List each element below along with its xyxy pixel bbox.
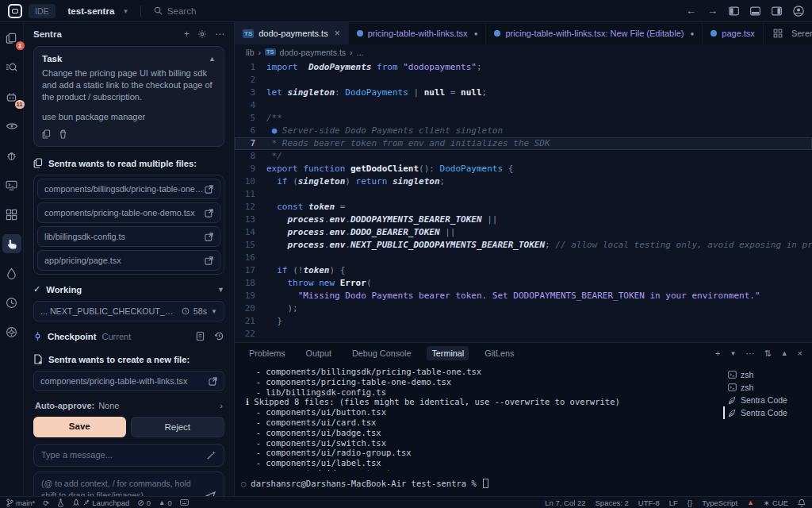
sync-item[interactable]: ⟳	[43, 498, 49, 507]
more-icon[interactable]: ⋯	[745, 348, 754, 359]
file-row[interactable]: components/billingsdk/pricing-table-one.…	[37, 179, 220, 199]
code-line[interactable]: 11	[235, 188, 812, 201]
account-icon[interactable]	[793, 6, 804, 17]
gear-icon[interactable]	[197, 29, 207, 39]
breadcrumb-folder[interactable]: lib	[246, 48, 255, 57]
git-branch-item[interactable]: main*	[6, 498, 35, 507]
terminal-tab-debug-console[interactable]: Debug Console	[347, 346, 416, 360]
code-line[interactable]: 12 const token =	[235, 201, 812, 214]
tab-page.tsx[interactable]: page.tsx	[703, 22, 764, 44]
toggle-right-panel-icon[interactable]	[772, 6, 782, 16]
status-item--[interactable]: {}	[688, 498, 692, 507]
open-external-icon[interactable]	[205, 209, 213, 217]
save-button[interactable]: Save	[33, 417, 126, 437]
launchpad-item[interactable]: Launchpad	[72, 498, 129, 507]
more-actions-icon[interactable]: ⋯	[215, 29, 224, 40]
terminal-session-sentra-code[interactable]: Sentra Code	[723, 394, 806, 406]
open-external-icon[interactable]	[205, 185, 213, 194]
nav-back-icon[interactable]: ←	[686, 5, 696, 17]
serendip-label[interactable]: Serendip	[791, 29, 812, 38]
sidebar-item-search[interactable]	[2, 58, 21, 77]
copy-icon[interactable]	[42, 129, 51, 139]
working-item[interactable]: ... NEXT_PUBLIC_CHECKOUT_URL_* a... 58s …	[33, 301, 224, 321]
new-chat-icon[interactable]: +	[184, 29, 190, 40]
open-external-icon[interactable]	[205, 233, 213, 241]
file-row[interactable]: components/pricing-table-with-links.tsx	[33, 371, 224, 391]
send-icon[interactable]	[205, 491, 216, 496]
wand-icon[interactable]	[206, 450, 216, 460]
sidebar-item-extensions[interactable]	[2, 205, 21, 224]
toggle-bottom-panel-icon[interactable]	[750, 6, 760, 16]
code-line[interactable]: 22	[235, 328, 812, 341]
global-search[interactable]: Search	[154, 6, 196, 16]
code-line[interactable]: 17 if (!token) {	[235, 264, 812, 277]
sidebar-item-explorer[interactable]: 1	[2, 29, 21, 48]
keyboard-item[interactable]	[180, 499, 189, 506]
tab-dodo-payments.ts[interactable]: TSdodo-payments.ts×	[235, 22, 349, 44]
terminal-session-sentra-code[interactable]: Sentra Code	[723, 406, 806, 419]
snapshot-icon[interactable]	[196, 331, 205, 341]
code-line[interactable]: 14 process.env.DODO_BEARER_TOKEN ||	[235, 226, 812, 239]
auto-approve-row[interactable]: Auto-approve: None ›	[33, 399, 224, 417]
trash-icon[interactable]	[59, 129, 67, 139]
file-row[interactable]: lib/billingsdk-config.ts	[37, 226, 220, 247]
open-external-icon[interactable]	[209, 377, 217, 386]
status-item-warn-triangle[interactable]: ▲	[747, 498, 754, 506]
status-item-cue[interactable]: ∗CUE	[764, 498, 788, 507]
reject-button[interactable]: Reject	[131, 417, 225, 437]
file-row[interactable]: app/pricing/page.tsx	[37, 250, 220, 271]
nav-forward-icon[interactable]: →	[707, 5, 718, 17]
code-line[interactable]: 15 process.env.NEXT_PUBLIC_DODOPAYMENTS_…	[235, 239, 812, 252]
open-external-icon[interactable]	[205, 256, 213, 265]
sidebar-item-debug[interactable]	[2, 146, 21, 165]
split-terminal-icon[interactable]: ⇅	[764, 348, 771, 359]
terminal-session-zsh[interactable]: zsh	[723, 368, 806, 381]
code-line[interactable]: 16	[235, 252, 812, 264]
code-line[interactable]: 8 */	[235, 150, 812, 163]
code-line[interactable]: 21 }	[235, 315, 812, 328]
code-line[interactable]: 2	[235, 74, 812, 87]
sidebar-item-history[interactable]	[2, 293, 21, 312]
tab-pricing-table-with-links.tsx[interactable]: pricing-table-with-links.tsx: New File (…	[486, 22, 703, 44]
terminal-tab-problems[interactable]: Problems	[244, 346, 290, 360]
close-tab-icon[interactable]: ×	[335, 28, 340, 39]
terminal-tab-gitlens[interactable]: GitLens	[480, 346, 519, 360]
sidebar-item-settings-sync[interactable]	[2, 322, 21, 341]
code-line[interactable]: 20 );	[235, 302, 812, 315]
terminal-tab-output[interactable]: Output	[301, 346, 336, 360]
code-line[interactable]: 3let singleton: DodoPayments | null = nu…	[235, 87, 812, 99]
app-logo-icon[interactable]	[8, 4, 22, 18]
breadcrumb[interactable]: lib › TS dodo-payments.ts › ...	[235, 44, 812, 60]
terminal-session-zsh[interactable]: zsh	[723, 381, 806, 394]
close-panel-icon[interactable]: ×	[798, 348, 802, 358]
restore-history-icon[interactable]	[214, 331, 224, 341]
file-row[interactable]: components/pricing-table-one-demo.tsx	[37, 202, 220, 223]
terminal-tab-terminal[interactable]: Terminal	[427, 346, 469, 360]
terminal-prompt[interactable]: ○ darshansrc@Darshans-MacBook-Air test-s…	[235, 471, 723, 496]
tab-pricing-table-with-links.tsx[interactable]: pricing-table-with-links.tsx●	[349, 22, 487, 44]
chevron-down-icon[interactable]: ▼	[217, 286, 224, 294]
flask-item[interactable]	[57, 498, 64, 507]
status-item-utf-8[interactable]: UTF-8	[638, 498, 660, 507]
code-line[interactable]: 13 process.env.DODOPAYMENTS_BEARER_TOKEN…	[235, 214, 812, 226]
status-item-typescript[interactable]: TypeScript	[702, 498, 737, 507]
sidebar-item-agent[interactable]: 11	[2, 87, 21, 106]
context-hint-box[interactable]: (@ to add context, / for commands, hold …	[33, 471, 224, 496]
collapse-icon[interactable]: ▲	[209, 55, 216, 63]
warnings-item[interactable]: ▲0	[159, 498, 172, 507]
chevron-down-icon[interactable]: ▼	[730, 350, 737, 357]
code-line[interactable]: 7 * Reads bearer token from env and init…	[235, 137, 812, 150]
breadcrumb-file[interactable]: dodo-payments.ts	[280, 48, 346, 57]
maximize-panel-icon[interactable]: ▲	[781, 349, 788, 357]
code-line[interactable]: 1import DodoPayments from "dodopayments"…	[235, 61, 812, 74]
new-terminal-icon[interactable]: +	[715, 348, 720, 358]
status-item-bell[interactable]	[798, 498, 806, 507]
status-item-lf[interactable]: LF	[669, 498, 678, 507]
code-line[interactable]: 6 ● Server-side Dodo Payments client sin…	[235, 125, 812, 137]
breadcrumb-tail[interactable]: ...	[357, 48, 364, 57]
code-line[interactable]: 4	[235, 99, 812, 112]
workspace-switcher[interactable]: test-sentra	[68, 6, 115, 16]
code-line[interactable]: 5/**	[235, 112, 812, 125]
terminal-output[interactable]: - components/billingsdk/pricing-table-on…	[235, 364, 723, 471]
code-editor[interactable]: 1import DodoPayments from "dodopayments"…	[235, 60, 812, 342]
